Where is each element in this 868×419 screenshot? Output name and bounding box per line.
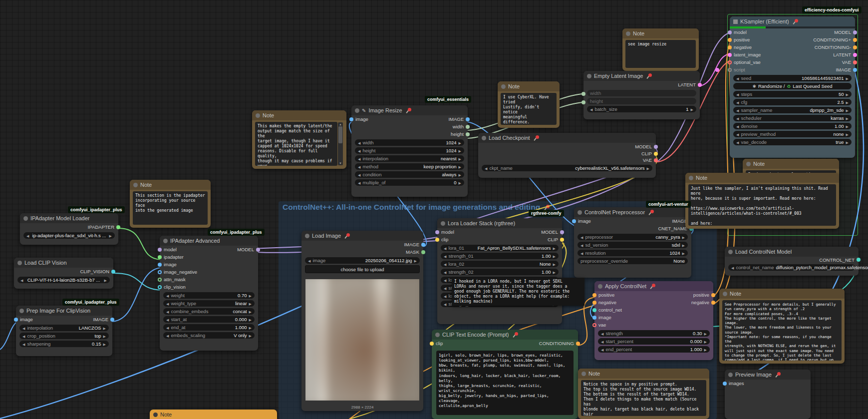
- input-dot-image[interactable]: [349, 117, 353, 121]
- output-dot-ipadapter[interactable]: [116, 225, 120, 229]
- widget-start-at[interactable]: start_at0.000: [163, 316, 255, 323]
- output-dot-positive[interactable]: [711, 293, 715, 297]
- widget-combine-embeds[interactable]: combine_embedsconcat: [163, 308, 255, 315]
- increment-arrow[interactable]: [846, 139, 849, 145]
- output-dot-model[interactable]: [560, 230, 564, 234]
- increment-arrow[interactable]: [249, 333, 252, 338]
- decrement-arrow[interactable]: [736, 99, 739, 105]
- next-arrow[interactable]: [647, 165, 649, 171]
- decrement-arrow[interactable]: [444, 285, 446, 291]
- input-dot-script[interactable]: [728, 68, 732, 72]
- collapse-icon[interactable]: [626, 31, 630, 36]
- collapse-icon[interactable]: [728, 250, 733, 254]
- decrement-arrow[interactable]: [601, 331, 603, 336]
- note-orange[interactable]: Note: [150, 410, 277, 419]
- node-header[interactable]: KSampler (Efficient): [730, 16, 855, 26]
- reroute-dot[interactable]: [715, 68, 719, 72]
- output-dot-clip-vision[interactable]: [111, 270, 115, 274]
- input-dot-vae[interactable]: [592, 323, 596, 327]
- input-dot-clip-vision[interactable]: [158, 285, 162, 289]
- increment-arrow[interactable]: [249, 317, 252, 322]
- node-header[interactable]: Prep Image For ClipVision: [16, 306, 112, 316]
- widget-preview-method[interactable]: preview_methodnone: [733, 131, 852, 137]
- note-text[interactable]: Notice the space in my positive prompt. …: [581, 380, 706, 416]
- node-image-resize[interactable]: ✎Image Resize imageIMAGE width height wi…: [351, 105, 468, 197]
- widget-ckpt-name[interactable]: ckpt_namecyberrealisticXL_v56.safetensor…: [482, 165, 652, 171]
- node-clip-text-encode[interactable]: CLIP Text Encode (Prompt) clipCONDITIONI…: [432, 330, 578, 419]
- output-dot-image[interactable]: [110, 318, 114, 322]
- widget-strength-01[interactable]: strength_011.00: [441, 253, 559, 259]
- widget-interpolation[interactable]: interpolationLANCZOS: [19, 325, 109, 331]
- decrement-arrow[interactable]: [166, 293, 169, 298]
- input-dot-image[interactable]: [158, 263, 162, 267]
- decrement-arrow[interactable]: [22, 333, 25, 339]
- scroll-down-icon[interactable]: ▼: [339, 161, 342, 165]
- widget-strength[interactable]: strength0.30: [598, 330, 710, 337]
- widget-weight[interactable]: weight0.70: [163, 292, 255, 299]
- increment-arrow[interactable]: [846, 75, 849, 81]
- input-dot-ipadapter[interactable]: [158, 255, 162, 259]
- widget-crop-position[interactable]: crop_positiontop: [19, 333, 109, 339]
- note-text[interactable]: see image resize: [625, 40, 696, 68]
- note-text[interactable]: See Preprocessor for more details, but I…: [722, 300, 842, 361]
- widget-condition[interactable]: conditionalways: [355, 171, 464, 178]
- note-text[interactable]: This section is the ipadapter incorporat…: [133, 191, 208, 225]
- increment-arrow[interactable]: [459, 148, 461, 153]
- widget-lora-01[interactable]: lora_01Fat_Apron_BellySDXL.safetensors: [441, 245, 559, 251]
- input-dot-model[interactable]: [435, 230, 439, 234]
- decrement-arrow[interactable]: [22, 341, 25, 347]
- note-header[interactable]: Note: [719, 289, 845, 299]
- output-dot-latent[interactable]: [853, 53, 857, 57]
- decrement-arrow[interactable]: [166, 325, 169, 330]
- collapse-icon[interactable]: [133, 183, 138, 187]
- prev-arrow[interactable]: [444, 261, 446, 267]
- decrement-arrow[interactable]: [358, 148, 360, 153]
- widget-weight-type[interactable]: weight_typelinear: [163, 300, 255, 307]
- next-arrow[interactable]: [553, 261, 556, 267]
- output-dot-clip[interactable]: [560, 238, 564, 242]
- widget-sampler-name[interactable]: sampler_namedpmpp_2m_sde: [733, 107, 852, 113]
- widget-cfg[interactable]: cfg2.5: [733, 99, 852, 105]
- increment-arrow[interactable]: [103, 341, 106, 347]
- widget-vae-decode[interactable]: vae_decodetrue: [733, 139, 852, 145]
- collapse-icon[interactable]: [501, 84, 506, 89]
- node-header[interactable]: Load ControlNet Model: [725, 247, 859, 257]
- randomize-seed-button[interactable]: ❄Randomize /♻Last Queued Seed: [733, 83, 852, 89]
- scroll-thumb[interactable]: [338, 126, 342, 143]
- decrement-arrow[interactable]: [736, 139, 739, 145]
- prev-arrow[interactable]: [308, 258, 310, 263]
- increment-arrow[interactable]: [704, 331, 707, 336]
- note-resize-info[interactable]: Note This makes the empty latent/the out…: [252, 110, 346, 169]
- note-header[interactable]: Note: [252, 110, 346, 120]
- output-dot-vae[interactable]: [654, 158, 658, 162]
- collapse-icon[interactable]: [441, 221, 445, 226]
- increment-arrow[interactable]: [846, 99, 849, 105]
- node-apply-controlnet[interactable]: Apply ControlNet positivepositive negati…: [594, 281, 713, 360]
- input-dot-image-negative[interactable]: [158, 270, 162, 274]
- increment-arrow[interactable]: [846, 107, 849, 113]
- note-text[interactable]: Just like the sampler, I ain't explainin…: [688, 184, 836, 226]
- widget-strength-02[interactable]: strength_021.00: [441, 269, 559, 275]
- next-arrow[interactable]: [414, 258, 417, 263]
- next-arrow[interactable]: [553, 245, 556, 251]
- output-dot-vae[interactable]: [853, 60, 857, 64]
- decrement-arrow[interactable]: [601, 347, 603, 352]
- decrement-arrow[interactable]: [358, 156, 360, 161]
- node-header[interactable]: Load CLIP Vision: [14, 258, 113, 268]
- decrement-arrow[interactable]: [736, 91, 739, 97]
- increment-arrow[interactable]: [846, 115, 849, 121]
- input-dot-negative[interactable]: [728, 45, 732, 49]
- widget-sharpening[interactable]: sharpening0.15: [19, 341, 109, 347]
- increment-arrow[interactable]: [704, 339, 707, 344]
- image-preview[interactable]: [305, 279, 419, 401]
- widget-preprocessor[interactable]: preprocessorcanny_pyra: [578, 234, 688, 240]
- choose-file-button[interactable]: choose file to upload: [305, 265, 420, 273]
- input-dot-model[interactable]: [158, 248, 162, 252]
- decrement-arrow[interactable]: [736, 115, 739, 121]
- node-controlnet-preprocessor[interactable]: ControlNet Preprocessor imageIMAGE CNET_…: [574, 207, 691, 278]
- widget-batch-size[interactable]: batch_size1: [587, 106, 696, 112]
- widget-width[interactable]: width1024: [355, 139, 464, 146]
- note-header[interactable]: Note: [150, 410, 277, 419]
- collapse-icon[interactable]: [728, 373, 733, 377]
- node-load-checkpoint[interactable]: Load Checkpoint MODEL CLIP VAE ckpt_name…: [478, 133, 656, 178]
